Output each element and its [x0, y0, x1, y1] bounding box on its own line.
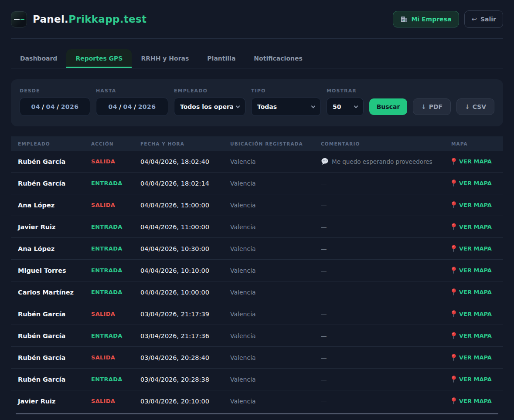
tab-plantilla[interactable]: Plantilla: [198, 49, 245, 68]
pushpin-icon: [451, 332, 456, 339]
cell-fecha: 03/04/2026, 20:10:00: [140, 398, 230, 405]
hasta-day[interactable]: 04: [108, 103, 117, 110]
table-row: Javier Ruiz ENTRADA 04/04/2026, 11:00:00…: [11, 216, 503, 238]
ver-mapa-link[interactable]: VER MAPA: [451, 288, 496, 296]
cell-fecha: 03/04/2026, 21:17:39: [140, 311, 230, 318]
cell-comentario: —: [321, 267, 451, 274]
ver-mapa-link[interactable]: VER MAPA: [451, 201, 496, 209]
pushpin-icon: [451, 288, 456, 296]
date-separator: /: [57, 103, 59, 110]
date-separator: /: [119, 103, 122, 110]
horizontal-scrollbar[interactable]: [16, 413, 498, 414]
cell-empleado: Javier Ruiz: [18, 398, 91, 405]
pushpin-icon: [451, 201, 456, 209]
col-comentario: COMENTARIO: [321, 141, 451, 146]
filter-tipo: TIPO Todas: [251, 88, 321, 116]
col-empleado: EMPLEADO: [18, 141, 91, 146]
ver-mapa-link[interactable]: VER MAPA: [451, 354, 496, 361]
ver-mapa-label: VER MAPA: [459, 332, 492, 339]
cell-comentario: —: [321, 289, 451, 296]
ver-mapa-link[interactable]: VER MAPA: [451, 245, 496, 252]
date-separator: /: [134, 103, 136, 110]
chevron-down-icon: [354, 104, 358, 108]
pushpin-icon: [451, 267, 456, 274]
ver-mapa-link[interactable]: VER MAPA: [451, 397, 496, 405]
pushpin-icon: [451, 223, 456, 230]
empleado-select[interactable]: Todos los operari: [174, 98, 245, 116]
pushpin-icon: [451, 397, 456, 405]
gps-report-table: EMPLEADO ACCIÓN FECHA Y HORA UBICACIÓN R…: [11, 136, 503, 414]
cell-accion: SALIDA: [91, 354, 140, 361]
cell-ubicacion: Valencia: [230, 376, 321, 383]
pushpin-icon: [451, 180, 456, 187]
ver-mapa-label: VER MAPA: [459, 289, 492, 295]
cell-empleado: Rubén García: [18, 354, 91, 361]
table-row: Ana López SALIDA 04/04/2026, 15:00:00 Va…: [11, 194, 503, 216]
hasta-date-input[interactable]: 04 / 04 / 2026: [96, 98, 168, 116]
table-row: Rubén García ENTRADA 03/04/2026, 20:28:3…: [11, 369, 503, 390]
cell-fecha: 04/04/2026, 15:00:00: [140, 202, 230, 209]
mostrar-label: MOSTRAR: [327, 88, 364, 94]
ver-mapa-link[interactable]: VER MAPA: [451, 267, 496, 274]
hasta-year[interactable]: 2026: [138, 103, 156, 110]
cell-fecha: 04/04/2026, 10:00:00: [140, 289, 230, 296]
desde-date-input[interactable]: 04 / 04 / 2026: [20, 98, 90, 116]
download-icon: ↓: [465, 103, 470, 110]
download-icon: ↓: [421, 103, 426, 110]
cell-accion: SALIDA: [91, 202, 140, 208]
tab-reportes-gps[interactable]: Reportes GPS: [66, 49, 132, 68]
desde-month[interactable]: 04: [46, 103, 55, 110]
cell-comentario: —: [321, 311, 451, 318]
brand: Panel.Prikkapp.test: [11, 11, 146, 27]
cell-accion: ENTRADA: [91, 224, 140, 230]
csv-label: CSV: [473, 103, 486, 110]
ver-mapa-link[interactable]: VER MAPA: [451, 180, 496, 187]
comment-text: —: [321, 354, 327, 361]
tipo-select[interactable]: Todas: [251, 98, 321, 116]
col-mapa: MAPA: [451, 141, 496, 146]
cell-accion: ENTRADA: [91, 245, 140, 252]
tab-rrhh-y-horas[interactable]: RRHH y Horas: [132, 49, 198, 68]
empleado-label: EMPLEADO: [174, 88, 245, 94]
desde-year[interactable]: 2026: [61, 103, 79, 110]
cell-comentario: —: [321, 180, 451, 187]
cell-comentario: —: [321, 224, 451, 230]
comment-text: —: [321, 311, 327, 318]
search-button[interactable]: Buscar: [369, 98, 407, 115]
desde-label: DESDE: [20, 88, 90, 94]
cell-empleado: Ana López: [18, 202, 91, 209]
cell-accion: ENTRADA: [91, 180, 140, 186]
ver-mapa-link[interactable]: VER MAPA: [451, 158, 496, 165]
cell-empleado: Rubén García: [18, 332, 91, 339]
title-primary: Panel.: [33, 14, 68, 25]
hasta-month[interactable]: 04: [123, 103, 132, 110]
logout-button[interactable]: ↩ Salir: [464, 10, 503, 28]
my-company-button[interactable]: Mi Empresa: [393, 11, 459, 27]
chevron-down-icon: [311, 104, 316, 108]
cell-accion: ENTRADA: [91, 289, 140, 295]
filter-hasta: HASTA 04 / 04 / 2026: [96, 88, 168, 116]
desde-day[interactable]: 04: [31, 103, 40, 110]
cell-fecha: 04/04/2026, 10:30:00: [140, 245, 230, 252]
mostrar-select[interactable]: 50: [327, 98, 364, 116]
cell-empleado: Rubén García: [18, 311, 91, 318]
tab-dashboard[interactable]: Dashboard: [11, 49, 66, 68]
comment-text: —: [321, 267, 327, 274]
cell-accion: ENTRADA: [91, 332, 140, 339]
ver-mapa-label: VER MAPA: [459, 202, 492, 208]
speech-bubble-icon: [321, 158, 329, 165]
cell-comentario: —: [321, 398, 451, 405]
comment-text: —: [321, 398, 327, 405]
export-csv-button[interactable]: ↓ CSV: [456, 98, 494, 115]
ver-mapa-link[interactable]: VER MAPA: [451, 223, 496, 230]
ver-mapa-link[interactable]: VER MAPA: [451, 332, 496, 339]
ver-mapa-link[interactable]: VER MAPA: [451, 310, 496, 318]
filter-mostrar: MOSTRAR 50: [327, 88, 364, 116]
cell-empleado: Rubén García: [18, 180, 91, 187]
cell-fecha: 03/04/2026, 20:28:38: [140, 376, 230, 383]
filter-desde: DESDE 04 / 04 / 2026: [20, 88, 90, 116]
tab-notificaciones[interactable]: Notificaciones: [245, 49, 311, 68]
cell-accion: SALIDA: [91, 398, 140, 404]
export-pdf-button[interactable]: ↓ PDF: [413, 98, 451, 115]
ver-mapa-link[interactable]: VER MAPA: [451, 376, 496, 383]
